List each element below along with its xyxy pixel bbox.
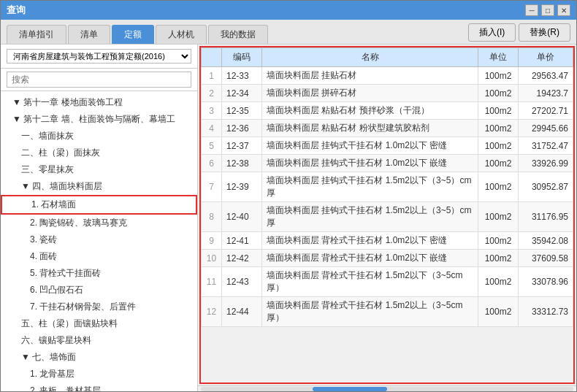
title-bar-controls: ─ □ ✕ bbox=[525, 4, 570, 16]
cell-code: 12-34 bbox=[222, 85, 262, 102]
tree-item-ch12-4-2[interactable]: 2. 陶瓷锦砖、玻璃马赛克 bbox=[1, 215, 197, 231]
cell-num: 4 bbox=[202, 120, 222, 137]
cell-unit: 100m2 bbox=[478, 155, 519, 172]
data-table: 编码 名称 单位 单价 1 12-33 墙面块料面层 挂贴石材 100m2 29… bbox=[201, 47, 573, 327]
search-input[interactable] bbox=[7, 72, 191, 88]
cell-num: 2 bbox=[202, 85, 222, 102]
table-row[interactable]: 2 12-34 墙面块料面层 拼碎石材 100m2 19423.7 bbox=[202, 85, 573, 102]
table-row[interactable]: 8 12-40 墙面块料面层 挂钩式干挂石材 1.5m2以上（3~5）cm厚 1… bbox=[202, 202, 573, 232]
right-panel: 编码 名称 单位 单价 1 12-33 墙面块料面层 挂贴石材 100m2 29… bbox=[198, 45, 576, 391]
table-container: 编码 名称 单位 单价 1 12-33 墙面块料面层 挂贴石材 100m2 29… bbox=[199, 46, 575, 384]
table-row[interactable]: 9 12-41 墙面块料面层 背栓式干挂石材 1.0m2以下 密缝 100m2 … bbox=[202, 232, 573, 250]
cell-unit: 100m2 bbox=[478, 120, 519, 137]
cell-unit: 100m2 bbox=[478, 102, 519, 120]
table-row[interactable]: 6 12-38 墙面块料面层 挂钩式干挂石材 1.0m2以下 嵌缝 100m2 … bbox=[202, 155, 573, 172]
tree-item-ch12-4-7[interactable]: 7. 干挂石材钢骨架、后置件 bbox=[1, 299, 197, 315]
cell-price: 31752.47 bbox=[519, 137, 573, 155]
cell-num: 5 bbox=[202, 137, 222, 155]
table-row[interactable]: 10 12-42 墙面块料面层 背栓式干挂石材 1.0m2以下 嵌缝 100m2… bbox=[202, 250, 573, 267]
cell-code: 12-37 bbox=[222, 137, 262, 155]
tree-item-ch12-4-1[interactable]: 1. 石材墙面 bbox=[1, 195, 197, 215]
search-bar bbox=[1, 69, 197, 91]
window-title: 查询 bbox=[7, 4, 26, 17]
tree-item-ch11[interactable]: ▼ 第十一章 楼地面装饰工程 bbox=[1, 94, 197, 111]
selector-bar: 河南省房屋建筑与装饰工程预算定额(2016) bbox=[1, 45, 197, 69]
cell-num: 11 bbox=[202, 267, 222, 297]
tree-item-ch12-5[interactable]: 五、柱（梁）面镶贴块料 bbox=[1, 315, 197, 332]
tree-item-ch12-3[interactable]: 三、零星抹灰 bbox=[1, 161, 197, 178]
tree-item-ch12-7-2[interactable]: 2. 夹板、卷材基层 bbox=[1, 383, 197, 391]
cell-name: 墙面块料面层 粘贴石材 预拌砂浆（干混） bbox=[262, 102, 478, 120]
table-row[interactable]: 4 12-36 墙面块料面层 粘贴石材 粉状型建筑胶粘剂 100m2 29945… bbox=[202, 120, 573, 137]
table-body: 1 12-33 墙面块料面层 挂贴石材 100m2 29563.47 2 12-… bbox=[202, 67, 573, 327]
cell-code: 12-43 bbox=[222, 267, 262, 297]
insert-button[interactable]: 插入(I) bbox=[468, 23, 516, 42]
tab-qingdan[interactable]: 清单 bbox=[68, 25, 110, 44]
tree-item-ch12-4-3[interactable]: 3. 瓷砖 bbox=[1, 231, 197, 248]
cell-unit: 100m2 bbox=[478, 172, 519, 202]
cell-price: 33926.99 bbox=[519, 155, 573, 172]
cell-name: 墙面块料面层 挂钩式干挂石材 1.5m2以下（3~5）cm厚 bbox=[262, 172, 478, 202]
cell-code: 12-41 bbox=[222, 232, 262, 250]
tree-item-ch12[interactable]: ▼ 第十二章 墙、柱面装饰与隔断、幕墙工 bbox=[1, 111, 197, 128]
th-num bbox=[202, 48, 222, 67]
main-content: 河南省房屋建筑与装饰工程预算定额(2016) ▼ 第十一章 楼地面装饰工程 ▼ … bbox=[1, 45, 576, 391]
cell-name: 墙面块料面层 背栓式干挂石材 1.0m2以下 嵌缝 bbox=[262, 250, 478, 267]
cell-price: 29563.47 bbox=[519, 67, 573, 85]
cell-num: 8 bbox=[202, 202, 222, 232]
cell-code: 12-38 bbox=[222, 155, 262, 172]
title-bar: 查询 ─ □ ✕ bbox=[1, 1, 576, 20]
tree-item-ch12-4[interactable]: ▼ 四、墙面块料面层 bbox=[1, 178, 197, 195]
cell-code: 12-36 bbox=[222, 120, 262, 137]
cell-price: 19423.7 bbox=[519, 85, 573, 102]
tab-wode-shuju[interactable]: 我的数据 bbox=[208, 25, 268, 44]
tab-rencaiji[interactable]: 人材机 bbox=[156, 25, 207, 44]
cell-price: 33078.96 bbox=[519, 267, 573, 297]
table-row[interactable]: 3 12-35 墙面块料面层 粘贴石材 预拌砂浆（干混） 100m2 27202… bbox=[202, 102, 573, 120]
cell-code: 12-40 bbox=[222, 202, 262, 232]
th-price: 单价 bbox=[519, 48, 573, 67]
tree-item-ch12-4-4[interactable]: 4. 面砖 bbox=[1, 248, 197, 265]
tree-item-ch12-7[interactable]: ▼ 七、墙饰面 bbox=[1, 349, 197, 366]
table-row[interactable]: 1 12-33 墙面块料面层 挂贴石材 100m2 29563.47 bbox=[202, 67, 573, 85]
cell-price: 30952.87 bbox=[519, 172, 573, 202]
table-row[interactable]: 12 12-44 墙面块料面层 背栓式干挂石材 1.5m2以上（3~5cm厚） … bbox=[202, 297, 573, 327]
cell-unit: 100m2 bbox=[478, 67, 519, 85]
cell-name: 墙面块料面层 拼碎石材 bbox=[262, 85, 478, 102]
cell-code: 12-35 bbox=[222, 102, 262, 120]
tab-dinge[interactable]: 定额 bbox=[112, 25, 154, 44]
table-row[interactable]: 5 12-37 墙面块料面层 挂钩式干挂石材 1.0m2以下 密缝 100m2 … bbox=[202, 137, 573, 155]
horizontal-scrollbar[interactable] bbox=[198, 385, 576, 391]
tab-bar: 清单指引 清单 定额 人材机 我的数据 插入(I) 替换(R) bbox=[1, 20, 576, 45]
tree-item-ch12-7-1[interactable]: 1. 龙骨基层 bbox=[1, 366, 197, 383]
minimize-button[interactable]: ─ bbox=[525, 4, 538, 16]
cell-price: 35942.08 bbox=[519, 232, 573, 250]
tab-qingdan-zhizhen[interactable]: 清单指引 bbox=[7, 25, 66, 44]
replace-button[interactable]: 替换(R) bbox=[519, 23, 570, 42]
tree-item-ch12-2[interactable]: 二、柱（梁）面抹灰 bbox=[1, 145, 197, 161]
cell-num: 12 bbox=[202, 297, 222, 327]
cell-num: 9 bbox=[202, 232, 222, 250]
tree-item-ch12-4-5[interactable]: 5. 背栓式干挂面砖 bbox=[1, 265, 197, 282]
table-row[interactable]: 11 12-43 墙面块料面层 背栓式干挂石材 1.5m2以下（3~5cm厚） … bbox=[202, 267, 573, 297]
main-window: 查询 ─ □ ✕ 清单指引 清单 定额 人材机 我的数据 插入(I) 替换(R)… bbox=[0, 0, 577, 392]
cell-price: 27202.71 bbox=[519, 102, 573, 120]
cell-num: 10 bbox=[202, 250, 222, 267]
cell-name: 墙面块料面层 挂钩式干挂石材 1.0m2以下 嵌缝 bbox=[262, 155, 478, 172]
cell-code: 12-44 bbox=[222, 297, 262, 327]
close-button[interactable]: ✕ bbox=[557, 4, 570, 16]
table-row[interactable]: 7 12-39 墙面块料面层 挂钩式干挂石材 1.5m2以下（3~5）cm厚 1… bbox=[202, 172, 573, 202]
tree-item-ch12-6[interactable]: 六、镶贴零星块料 bbox=[1, 332, 197, 349]
tree-item-ch12-1[interactable]: 一、墙面抹灰 bbox=[1, 128, 197, 145]
tree-item-ch12-4-6[interactable]: 6. 凹凸假石石 bbox=[1, 282, 197, 299]
maximize-button[interactable]: □ bbox=[541, 4, 554, 16]
cell-unit: 100m2 bbox=[478, 137, 519, 155]
cell-code: 12-33 bbox=[222, 67, 262, 85]
th-code: 编码 bbox=[222, 48, 262, 67]
scroll-thumb bbox=[313, 387, 387, 391]
cell-num: 1 bbox=[202, 67, 222, 85]
table-header-row: 编码 名称 单位 单价 bbox=[202, 48, 573, 67]
cell-code: 12-42 bbox=[222, 250, 262, 267]
quota-selector[interactable]: 河南省房屋建筑与装饰工程预算定额(2016) bbox=[7, 49, 191, 64]
cell-name: 墙面块料面层 背栓式干挂石材 1.0m2以下 密缝 bbox=[262, 232, 478, 250]
